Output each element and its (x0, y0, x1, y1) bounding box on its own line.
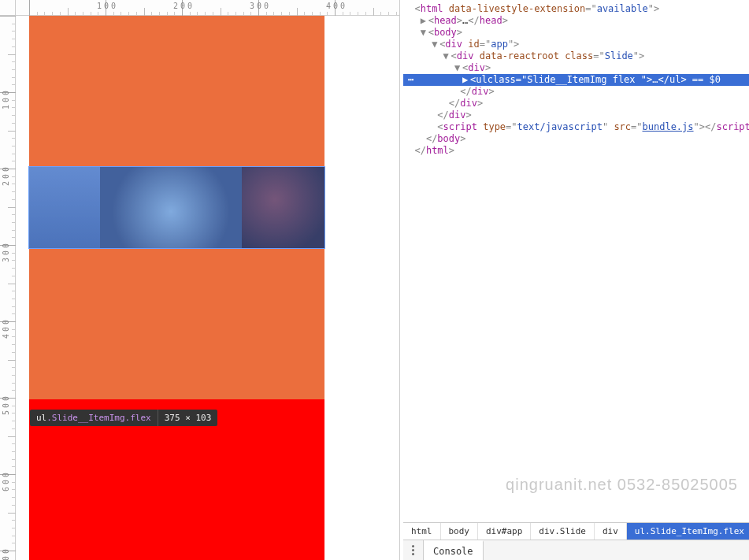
breadcrumb-div-slide[interactable]: div.Slide (531, 523, 595, 540)
device-frame (29, 16, 324, 560)
selected-line-gutter-icon[interactable]: ⋯ (403, 74, 417, 86)
dom-node-body-open[interactable]: ▼<body> (403, 27, 749, 39)
dom-node-div-app[interactable]: ▼<div id="app"> (403, 39, 749, 50)
tooltip-classes: .Slide__ItemImg.flex (46, 413, 150, 423)
canvas-area: ul.Slide__ItemImg.flex 375 × 103 (16, 16, 399, 560)
breadcrumb-body[interactable]: body (441, 523, 479, 540)
slide-thumb-3[interactable] (242, 167, 324, 248)
dom-node-div-slide[interactable]: ▼<div data-reactroot class="Slide"> (403, 50, 749, 62)
ruler-corner (0, 0, 16, 16)
dom-node-ul-selected[interactable]: ⋯ ▶<ul class="Slide__ItemImg flex ">…</u… (403, 74, 749, 86)
ruler-horizontal: 100200300400 (16, 0, 399, 16)
dom-node-html-close[interactable]: </html> (403, 145, 749, 157)
drawer-tab-bar[interactable]: Console (403, 540, 749, 560)
inspect-dimension-tooltip: ul.Slide__ItemImg.flex 375 × 103 (30, 410, 217, 426)
slide-thumb-2[interactable] (100, 167, 242, 248)
elements-breadcrumb-bar[interactable]: htmlbodydiv#appdiv.Slidedivul.Slide_Item… (403, 522, 749, 540)
script-src-link[interactable]: bundle.js (643, 121, 694, 132)
breadcrumb-html[interactable]: html (403, 523, 441, 540)
rendered-viewport-pane: 100200300400 100200300400500600700 ul.Sl… (0, 0, 400, 560)
dom-node-html-open[interactable]: <html data-livestyle-extension="availabl… (403, 3, 749, 15)
slide-thumb-1[interactable] (29, 167, 100, 248)
dom-node-div-close-1[interactable]: </div> (403, 86, 749, 98)
slide-item-img-list[interactable] (29, 167, 324, 248)
tooltip-tag: ul (36, 413, 46, 423)
breadcrumb-ul-slide-itemimg-flex[interactable]: ul.Slide_ItemImg.flex (627, 523, 749, 540)
dom-node-body-close[interactable]: </body> (403, 133, 749, 145)
breadcrumb-div[interactable]: div (595, 523, 627, 540)
ruler-vertical: 100200300400500600700 (0, 16, 16, 560)
dom-node-head[interactable]: ▶<head>…</head> (403, 15, 749, 27)
devtools-pane: <html data-livestyle-extension="availabl… (403, 0, 749, 560)
breadcrumb-div-app[interactable]: div#app (478, 523, 531, 540)
drawer-tab-console[interactable]: Console (424, 540, 484, 560)
elements-dom-tree[interactable]: <html data-livestyle-extension="availabl… (403, 0, 749, 522)
dom-node-script[interactable]: <script type="text/javascript" src="bund… (403, 121, 749, 133)
dom-node-div-plain[interactable]: ▼<div> (403, 62, 749, 74)
dom-node-div-close-2[interactable]: </div> (403, 98, 749, 109)
inspect-tooltip-selector: ul.Slide__ItemImg.flex (30, 410, 158, 426)
drawer-menu-icon[interactable] (403, 540, 424, 560)
inspect-tooltip-size: 375 × 103 (158, 410, 218, 426)
dom-node-div-close-3[interactable]: </div> (403, 109, 749, 121)
